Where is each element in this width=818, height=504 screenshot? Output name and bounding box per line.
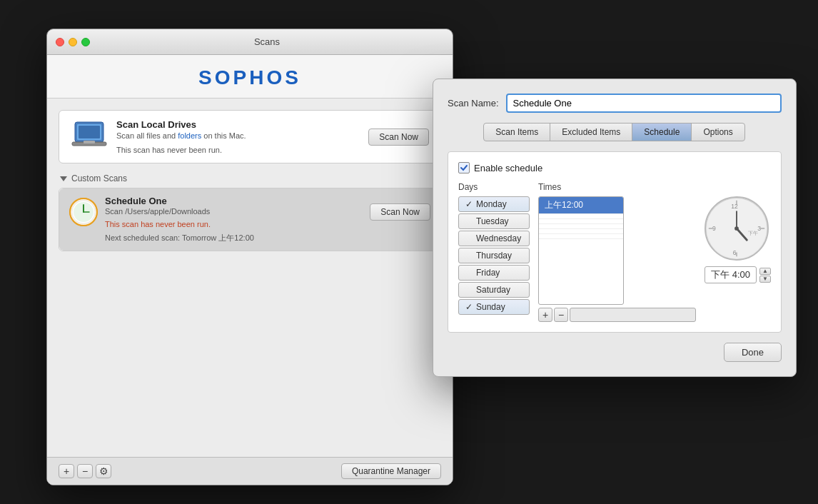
dialog-tabs: Scan Items Excluded Items Schedule Optio… <box>448 123 782 141</box>
sunday-label: Sunday <box>476 302 505 312</box>
scan-local-drives-icon <box>71 121 108 153</box>
dialog-footer: Done <box>448 343 782 362</box>
custom-scan-info: Schedule One Scan /Users/apple/Downloads… <box>105 196 363 228</box>
monday-label: Monday <box>476 199 507 209</box>
time-item-1[interactable] <box>539 214 623 219</box>
tuesday-label: Tuesday <box>476 216 509 226</box>
saturday-label: Saturday <box>476 285 510 295</box>
custom-scan-list: Schedule One Scan /Users/apple/Downloads… <box>59 188 441 251</box>
custom-scans-label: Custom Scans <box>71 173 127 183</box>
time-item-5[interactable] <box>539 234 623 239</box>
triangle-icon <box>60 176 67 181</box>
gear-button[interactable]: ⚙ <box>96 464 111 478</box>
days-header: Days <box>458 182 530 192</box>
scan-name-label: Scan Name: <box>448 98 499 109</box>
time-stepper: ▲ ▼ <box>759 268 771 283</box>
day-friday[interactable]: Friday <box>458 265 530 281</box>
custom-scan-title: Schedule One <box>105 196 363 206</box>
time-step-down[interactable]: ▼ <box>759 276 771 283</box>
wednesday-label: Wednesday <box>476 233 521 243</box>
schedule-scan-icon <box>69 198 98 226</box>
svg-text:9: 9 <box>712 225 716 232</box>
day-sunday[interactable]: ✓ Sunday <box>458 299 530 315</box>
scan-subtitle-link[interactable]: folders <box>178 131 201 140</box>
close-button[interactable] <box>56 38 64 46</box>
day-wednesday[interactable]: Wednesday <box>458 231 530 246</box>
traffic-lights <box>56 38 90 46</box>
day-tuesday[interactable]: Tuesday <box>458 213 530 229</box>
scan-subtitle-suffix: on this Mac. <box>201 131 246 140</box>
analog-clock: 12 3 6 9 下午 <box>705 196 769 261</box>
time-item-0[interactable]: 上午12:00 <box>539 197 623 214</box>
times-controls: + − <box>538 308 696 322</box>
time-item-2[interactable] <box>539 219 623 224</box>
scans-window: Scans SOPHOS <box>46 29 453 485</box>
friday-label: Friday <box>476 268 500 278</box>
tab-schedule[interactable]: Schedule <box>632 123 692 141</box>
scan-local-drives-info: Scan Local Drives Scan all files and fol… <box>116 119 360 154</box>
times-section: Times 上午12:00 + − <box>538 182 696 322</box>
schedule-dialog: Scan Name: Scan Items Excluded Items Sch… <box>433 79 797 377</box>
add-time-button[interactable]: + <box>538 308 552 322</box>
scan-subtitle-prefix: Scan all files and <box>116 131 178 140</box>
enable-schedule-label: Enable schedule <box>474 163 542 173</box>
enable-schedule-checkbox[interactable] <box>458 162 470 173</box>
svg-point-23 <box>734 226 739 231</box>
days-times-row: Days ✓ Monday Tuesday Wednesday Thursday <box>458 182 771 322</box>
tab-excluded-items[interactable]: Excluded Items <box>550 123 632 141</box>
scan-now-button-custom[interactable]: Scan Now <box>370 203 430 221</box>
scan-name-row: Scan Name: <box>448 94 782 113</box>
enable-schedule-row: Enable schedule <box>458 162 771 173</box>
times-list: 上午12:00 <box>538 196 624 305</box>
window-content: SOPHOS Scan Lo <box>47 55 453 485</box>
schedule-content: Enable schedule Days ✓ Monday Tuesday We… <box>448 151 782 333</box>
add-scan-button[interactable]: + <box>59 464 74 478</box>
scan-local-drives-panel: Scan Local Drives Scan all files and fol… <box>59 110 441 163</box>
svg-text:6: 6 <box>733 249 737 256</box>
svg-rect-4 <box>84 141 95 143</box>
clock-time-value: 下午 4:00 <box>705 266 757 283</box>
sunday-checkmark: ✓ <box>465 302 473 312</box>
sophos-logo: SOPHOS <box>47 66 453 89</box>
svg-rect-2 <box>79 126 100 138</box>
svg-text:下午: 下午 <box>748 231 758 236</box>
day-thursday[interactable]: Thursday <box>458 248 530 263</box>
time-item-3[interactable] <box>539 224 623 229</box>
quarantine-manager-button[interactable]: Quarantine Manager <box>341 463 441 479</box>
days-section: Days ✓ Monday Tuesday Wednesday Thursday <box>458 182 530 322</box>
svg-text:12: 12 <box>731 203 738 210</box>
window-toolbar: + − ⚙ Quarantine Manager <box>47 457 453 485</box>
times-spacer <box>570 308 696 322</box>
scan-name-input[interactable] <box>506 94 782 113</box>
day-saturday[interactable]: Saturday <box>458 282 530 298</box>
remove-time-button[interactable]: − <box>554 308 568 322</box>
scan-local-drives-status: This scan has never been run. <box>116 146 360 154</box>
sophos-header: SOPHOS <box>47 55 453 99</box>
maximize-button[interactable] <box>81 38 90 46</box>
remove-scan-button[interactable]: − <box>77 464 93 478</box>
minimize-button[interactable] <box>69 38 77 46</box>
scan-now-button-local[interactable]: Scan Now <box>368 128 429 146</box>
tab-options[interactable]: Options <box>691 123 744 141</box>
tab-scan-items[interactable]: Scan Items <box>483 123 550 141</box>
time-item-4[interactable] <box>539 229 623 234</box>
thursday-label: Thursday <box>476 251 512 261</box>
time-step-up[interactable]: ▲ <box>759 268 771 275</box>
window-title: Scans <box>90 36 444 47</box>
done-button[interactable]: Done <box>724 343 782 362</box>
time-display: 下午 4:00 ▲ ▼ <box>705 266 771 283</box>
custom-scan-next: Next scheduled scan: Tomorrow 上午12:00 <box>69 233 430 243</box>
clock-section: 12 3 6 9 下午 下 <box>705 182 771 322</box>
window-titlebar: Scans <box>47 29 453 55</box>
custom-scan-path: Scan /Users/apple/Downloads <box>105 207 363 216</box>
scan-local-drives-subtitle: Scan all files and folders on this Mac. <box>116 131 360 140</box>
scan-local-drives-title: Scan Local Drives <box>116 119 360 130</box>
day-monday[interactable]: ✓ Monday <box>458 196 530 212</box>
custom-scan-status: This scan has never been run. <box>105 220 363 228</box>
times-header: Times <box>538 182 696 192</box>
custom-scans-header: Custom Scans <box>47 163 453 188</box>
monday-checkmark: ✓ <box>465 199 473 209</box>
custom-scan-item[interactable]: Schedule One Scan /Users/apple/Downloads… <box>59 188 440 251</box>
